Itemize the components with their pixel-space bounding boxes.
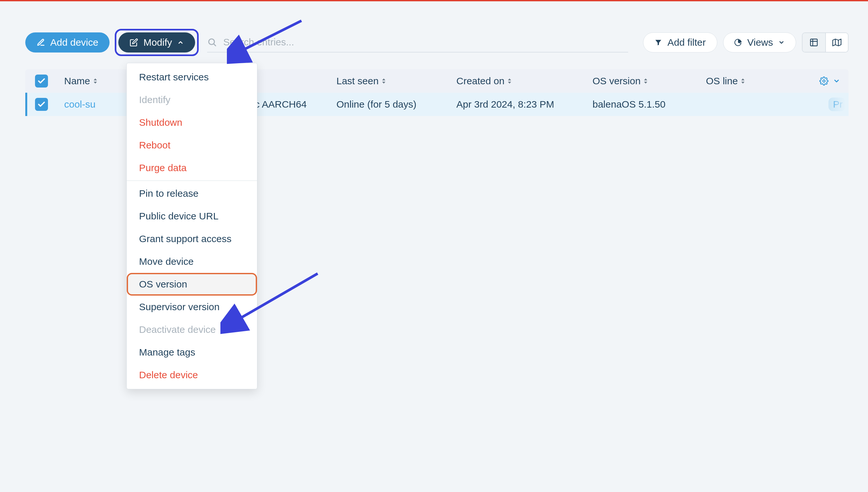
svg-marker-17 — [644, 82, 647, 83]
chevron-down-icon[interactable] — [833, 77, 840, 84]
svg-marker-14 — [508, 78, 511, 80]
edit-square-icon — [130, 38, 138, 47]
sort-icon — [93, 78, 98, 84]
modify-annotation-highlight: Modify — [115, 29, 198, 56]
search-field[interactable] — [207, 32, 628, 52]
menu-item-purge-data[interactable]: Purge data — [127, 156, 257, 179]
menu-item-grant-support-access[interactable]: Grant support access — [127, 227, 257, 250]
views-label: Views — [747, 37, 773, 48]
col-header-created-on-label: Created on — [456, 75, 504, 87]
svg-marker-9 — [94, 82, 97, 83]
add-device-label: Add device — [50, 37, 98, 48]
toolbar: Add device Modify — [25, 28, 848, 57]
col-header-actions — [807, 76, 845, 85]
svg-marker-19 — [741, 82, 745, 83]
menu-item-shutdown[interactable]: Shutdown — [127, 111, 257, 134]
sort-icon — [381, 78, 386, 84]
chevron-down-icon — [778, 39, 785, 46]
add-device-button[interactable]: Add device — [25, 32, 109, 52]
map-icon — [832, 38, 841, 47]
svg-point-20 — [823, 80, 825, 82]
chevron-up-icon — [177, 39, 184, 46]
gear-icon[interactable] — [819, 76, 828, 85]
cell-last-seen-text: Online (for 5 days) — [337, 99, 417, 110]
svg-marker-16 — [644, 78, 647, 80]
svg-rect-2 — [811, 39, 817, 46]
menu-item-pin-to-release[interactable]: Pin to release — [127, 182, 257, 205]
col-header-os-line-label: OS line — [706, 75, 738, 87]
menu-separator — [127, 180, 257, 181]
row-select — [25, 98, 64, 111]
svg-marker-12 — [382, 78, 386, 80]
menu-item-reboot[interactable]: Reboot — [127, 134, 257, 156]
svg-marker-18 — [741, 78, 745, 80]
pencil-icon — [36, 38, 45, 47]
menu-item-deactivate-device: Deactivate device — [127, 318, 257, 341]
select-all-checkbox[interactable] — [35, 75, 48, 88]
col-header-os-version[interactable]: OS version — [593, 75, 706, 87]
status-badge: Pr — [828, 98, 845, 111]
add-filter-button[interactable]: Add filter — [643, 32, 717, 52]
modify-button[interactable]: Modify — [118, 32, 195, 52]
menu-item-manage-tags[interactable]: Manage tags — [127, 341, 257, 364]
view-toggle-map[interactable] — [825, 33, 848, 52]
svg-marker-5 — [833, 39, 841, 46]
cell-name-text: cool-su — [64, 99, 96, 110]
sort-icon — [643, 78, 648, 84]
add-filter-label: Add filter — [667, 37, 705, 48]
pie-icon — [735, 39, 742, 46]
menu-item-supervisor-version[interactable]: Supervisor version — [127, 296, 257, 318]
svg-marker-15 — [508, 82, 511, 83]
page-root: Add device Modify — [0, 0, 868, 492]
menu-item-public-device-url[interactable]: Public device URL — [127, 205, 257, 227]
filter-icon — [654, 39, 662, 46]
menu-item-restart-services[interactable]: Restart services — [127, 66, 257, 89]
menu-item-os-version[interactable]: OS version — [127, 273, 257, 296]
sort-icon — [507, 78, 512, 84]
cell-created-on-text: Apr 3rd 2024, 8:23 PM — [456, 99, 554, 110]
toolbar-right: Add filter Views — [643, 32, 848, 52]
svg-marker-8 — [94, 78, 97, 80]
search-input[interactable] — [223, 36, 628, 48]
menu-item-delete-device[interactable]: Delete device — [127, 364, 257, 386]
menu-item-identify: Identify — [127, 89, 257, 111]
cell-created-on: Apr 3rd 2024, 8:23 PM — [456, 99, 593, 110]
col-header-created-on[interactable]: Created on — [456, 75, 593, 87]
cell-status: Pr — [807, 98, 845, 111]
svg-marker-13 — [382, 82, 386, 83]
col-header-os-line[interactable]: OS line — [706, 75, 807, 87]
svg-line-1 — [214, 44, 216, 46]
views-button[interactable]: Views — [723, 32, 796, 52]
cell-os-version: balenaOS 5.1.50 — [593, 99, 706, 110]
cell-last-seen: Online (for 5 days) — [337, 99, 456, 110]
col-header-last-seen-label: Last seen — [337, 75, 378, 87]
col-select-all — [25, 75, 64, 88]
col-header-name-label: Name — [64, 75, 90, 87]
view-toggle-table[interactable] — [802, 33, 825, 52]
view-toggle — [802, 32, 848, 52]
sort-icon — [740, 78, 745, 84]
modify-dropdown-menu: Restart services Identify Shutdown Reboo… — [126, 63, 257, 389]
table-icon — [809, 38, 818, 47]
menu-item-move-device[interactable]: Move device — [127, 250, 257, 273]
col-header-os-version-label: OS version — [593, 75, 641, 87]
row-checkbox[interactable] — [35, 98, 48, 111]
search-icon — [207, 37, 217, 47]
col-header-last-seen[interactable]: Last seen — [337, 75, 456, 87]
cell-os-version-text: balenaOS 5.1.50 — [593, 99, 665, 110]
modify-label: Modify — [143, 37, 172, 48]
